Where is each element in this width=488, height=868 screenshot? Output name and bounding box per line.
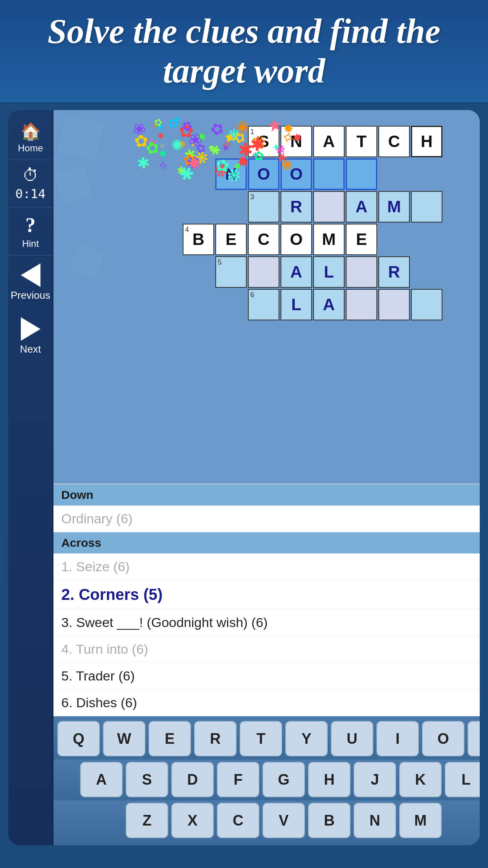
key-G[interactable]: G bbox=[262, 762, 305, 797]
cell-r1-c3[interactable]: 2N bbox=[215, 158, 247, 190]
clue-across-2-text: Corners (5) bbox=[79, 586, 162, 603]
key-C[interactable]: C bbox=[217, 803, 259, 838]
next-label: Next bbox=[20, 343, 41, 355]
cell-r4-c7[interactable] bbox=[346, 256, 377, 288]
key-O[interactable]: O bbox=[422, 721, 464, 756]
cell-r0-c9[interactable]: H bbox=[411, 126, 442, 157]
clue-across-5-text: Trader (6) bbox=[76, 668, 135, 683]
cell-r3-c6[interactable]: M bbox=[313, 224, 345, 255]
clue-across-3-text: Sweet ___! (Goodnight wish) (6) bbox=[76, 615, 268, 630]
cell-r0-c7[interactable]: T bbox=[346, 126, 377, 157]
cell-r5-c7[interactable] bbox=[346, 289, 377, 320]
cell-r3-c2[interactable]: 4B bbox=[183, 224, 214, 255]
cell-r4-c6[interactable]: L bbox=[313, 256, 345, 288]
cell-r5-c6[interactable]: A bbox=[313, 289, 345, 320]
cell-r2-c5[interactable]: R bbox=[281, 191, 312, 223]
clue-across-2[interactable]: 2. Corners (5) bbox=[53, 580, 480, 609]
cell-r0-c4[interactable]: 1S bbox=[248, 126, 279, 157]
cell-r2-c7[interactable]: A bbox=[346, 191, 377, 223]
key-Z[interactable]: Z bbox=[126, 803, 168, 838]
game-container: 🏠 Home ⏱ 0:14 ? Hint Previous Next bbox=[8, 110, 480, 845]
next-button[interactable]: Next bbox=[8, 309, 53, 363]
keyboard-row-1: QWERTYUIOP bbox=[53, 716, 480, 760]
cell-r3-c7[interactable]: E bbox=[346, 224, 377, 255]
cell-r0-c5[interactable]: N bbox=[281, 126, 312, 157]
hint-icon: ? bbox=[26, 213, 36, 237]
key-I[interactable]: I bbox=[376, 721, 419, 756]
cell-r2-c6[interactable] bbox=[313, 191, 345, 223]
key-R[interactable]: R bbox=[194, 721, 237, 756]
cell-r4-c3[interactable]: 5 bbox=[215, 256, 247, 288]
previous-icon bbox=[21, 263, 40, 287]
key-M[interactable]: M bbox=[399, 803, 442, 838]
cell-r2-c9[interactable] bbox=[411, 191, 442, 223]
key-K[interactable]: K bbox=[399, 762, 442, 797]
key-D[interactable]: D bbox=[171, 762, 214, 797]
cell-r2-c4[interactable]: 3 bbox=[248, 191, 279, 223]
key-J[interactable]: J bbox=[354, 762, 396, 797]
key-B[interactable]: B bbox=[308, 803, 350, 838]
key-T[interactable]: T bbox=[240, 721, 282, 756]
cell-r1-c6[interactable] bbox=[313, 158, 345, 190]
clue-across-1-text: Seize (6) bbox=[76, 559, 130, 574]
clue-down-1[interactable]: Ordinary (6) bbox=[53, 506, 480, 532]
cell-r3-c5[interactable]: O bbox=[281, 224, 312, 255]
key-S[interactable]: S bbox=[126, 762, 168, 797]
clue-across-5[interactable]: 5. Trader (6) bbox=[53, 663, 480, 690]
cell-r1-c7[interactable] bbox=[346, 158, 377, 190]
cell-r4-c8[interactable]: R bbox=[378, 256, 410, 288]
key-H[interactable]: H bbox=[308, 762, 350, 797]
cell-r5-c9[interactable] bbox=[411, 289, 442, 320]
clue-across-4[interactable]: 4. Turn into (6) bbox=[53, 636, 480, 663]
key-P[interactable]: P bbox=[468, 721, 480, 756]
clock-icon: ⏱ bbox=[22, 166, 39, 185]
key-L[interactable]: L bbox=[445, 762, 480, 797]
clue-across-4-num: 4. bbox=[61, 642, 72, 657]
hint-label: Hint bbox=[22, 238, 39, 249]
timer-value: 0:14 bbox=[15, 186, 46, 201]
key-Y[interactable]: Y bbox=[285, 721, 328, 756]
cell-r1-c4[interactable]: O bbox=[248, 158, 279, 190]
cell-r4-c5[interactable]: A bbox=[281, 256, 312, 288]
cell-r3-c3[interactable]: E bbox=[215, 224, 247, 255]
cell-r5-c5[interactable]: L bbox=[281, 289, 312, 320]
key-A[interactable]: A bbox=[80, 762, 123, 797]
down-header: Down bbox=[53, 484, 480, 506]
cell-r5-c4[interactable]: 6 bbox=[248, 289, 279, 320]
content-area: ✿✸❋✺❋✺✿✶✸✱❋❀✱✱❀❋✱❋★✿✦✦✿✧✿❋✶★❀✿✱✸✸❀✿✧✧✧✱✧… bbox=[53, 110, 480, 845]
cell-r5-c8[interactable] bbox=[378, 289, 410, 320]
previous-label: Previous bbox=[11, 289, 50, 302]
crossword-grid[interactable]: 1S N A T C H 2N O O 3 R bbox=[150, 126, 417, 330]
clue-down-1-text: Ordinary (6) bbox=[61, 511, 132, 526]
key-Q[interactable]: Q bbox=[57, 721, 100, 756]
clue-across-3-num: 3. bbox=[61, 615, 72, 630]
keyboard-row-2: ASDFGHJKL bbox=[53, 760, 480, 800]
across-header: Across bbox=[53, 532, 480, 554]
cell-r4-c4[interactable] bbox=[248, 256, 279, 288]
clue-across-1-num: 1. bbox=[61, 559, 72, 574]
cell-r3-c4[interactable]: C bbox=[248, 224, 279, 255]
key-W[interactable]: W bbox=[103, 721, 145, 756]
previous-button[interactable]: Previous bbox=[8, 256, 53, 309]
home-label: Home bbox=[18, 143, 43, 154]
home-button[interactable]: 🏠 Home bbox=[8, 116, 53, 160]
cell-r1-c5[interactable]: O bbox=[281, 158, 312, 190]
cell-r2-c8[interactable]: M bbox=[378, 191, 410, 223]
clue-across-6[interactable]: 6. Dishes (6) bbox=[53, 690, 480, 716]
keyboard-row-3: ZXCVBNM bbox=[53, 800, 480, 844]
clues-area: Down Ordinary (6) Across 1. Seize (6) 2.… bbox=[53, 484, 480, 716]
hint-button[interactable]: ? Hint bbox=[8, 208, 53, 256]
home-icon: 🏠 bbox=[20, 122, 41, 141]
key-X[interactable]: X bbox=[171, 803, 214, 838]
cell-r0-c6[interactable]: A bbox=[313, 126, 345, 157]
clue-across-6-text: Dishes (6) bbox=[76, 695, 137, 710]
clue-across-1[interactable]: 1. Seize (6) bbox=[53, 554, 480, 580]
key-N[interactable]: N bbox=[354, 803, 396, 838]
crossword-area: ✿✸❋✺❋✺✿✶✸✱❋❀✱✱❀❋✱❋★✿✦✦✿✧✿❋✶★❀✿✱✸✸❀✿✧✧✧✱✧… bbox=[53, 110, 480, 484]
key-U[interactable]: U bbox=[331, 721, 373, 756]
clue-across-3[interactable]: 3. Sweet ___! (Goodnight wish) (6) bbox=[53, 609, 480, 636]
key-E[interactable]: E bbox=[149, 721, 191, 756]
cell-r0-c8[interactable]: C bbox=[378, 126, 410, 157]
key-V[interactable]: V bbox=[262, 803, 305, 838]
key-F[interactable]: F bbox=[217, 762, 259, 797]
